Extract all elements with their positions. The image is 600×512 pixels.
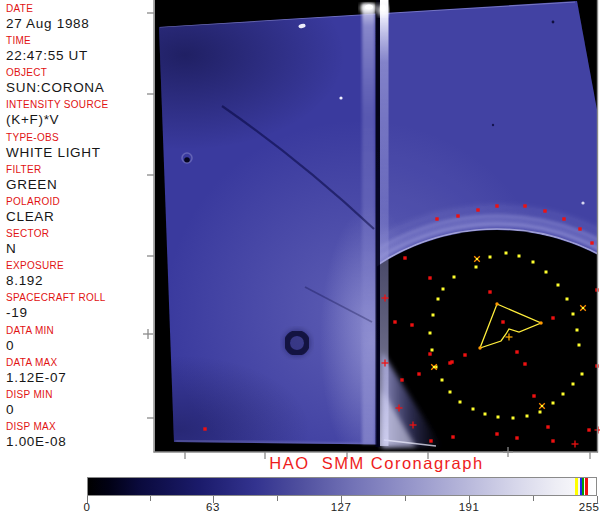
metadata-label: TIME [6, 35, 146, 47]
metadata-label: DATE [6, 3, 146, 15]
metadata-label: DATA MAX [6, 357, 146, 369]
metadata-label: DISP MIN [6, 389, 146, 401]
metadata-field-polaroid: POLAROIDCLEAR [6, 196, 146, 225]
metadata-label: DATA MIN [6, 325, 146, 337]
image-title: HAO SMM Coronagraph [153, 454, 600, 473]
white-speck-2 [339, 96, 342, 99]
metadata-value: 27 Aug 1988 [6, 16, 146, 32]
polygon-vertex-dot [478, 346, 481, 349]
metadata-label: EXPOSURE [6, 260, 146, 272]
metadata-field-intensity-source: INTENSITY SOURCE(K+F)*V [6, 99, 146, 128]
colorbar [87, 477, 597, 496]
metadata-value: (K+F)*V [6, 112, 146, 128]
metadata-label: SPACECRAFT ROLL [6, 292, 146, 304]
metadata-label: DISP MAX [6, 421, 146, 433]
metadata-field-filter: FILTERGREEN [6, 164, 146, 193]
colorbar-annotation-stripe [575, 478, 578, 495]
metadata-value: 0 [6, 338, 146, 354]
coronagraph-image [140, 0, 600, 460]
metadata-label: TYPE-OBS [6, 132, 146, 144]
metadata-panel: DATE27 Aug 1988TIME22:47:55 UTOBJECTSUN:… [0, 0, 146, 460]
metadata-field-disp-min: DISP MIN0 [6, 389, 146, 418]
colorbar-tick-label: 0 [84, 501, 91, 512]
metadata-value: CLEAR [6, 209, 146, 225]
tiny-dark-dot-1 [552, 21, 555, 24]
metadata-value: WHITE LIGHT [6, 145, 146, 161]
pylon-bright-streak-right [380, 0, 389, 446]
metadata-field-type-obs: TYPE-OBSWHITE LIGHT [6, 132, 146, 161]
metadata-field-data-max: DATA MAX1.12E-07 [6, 357, 146, 386]
metadata-value: GREEN [6, 177, 146, 193]
polygon-vertex-dot [539, 321, 542, 324]
polygon-vertex-dot [495, 302, 498, 305]
image-canvas [140, 0, 600, 460]
metadata-label: SECTOR [6, 228, 146, 240]
pylon-dark-line [376, 0, 381, 447]
metadata-value: N [6, 241, 146, 257]
metadata-value: 22:47:55 UT [6, 48, 146, 64]
metadata-field-exposure: EXPOSURE8.192 [6, 260, 146, 289]
colorbar-minor-tick [150, 496, 151, 501]
metadata-field-time: TIME22:47:55 UT [6, 35, 146, 64]
metadata-value: SUN:CORONA [6, 80, 146, 96]
colorbar-minor-tick [405, 496, 406, 501]
metadata-label: FILTER [6, 164, 146, 176]
colorbar-tick-label: 127 [331, 501, 352, 512]
pylon-top-flare-core [365, 5, 373, 10]
colorbar-annotation-stripe [585, 478, 588, 495]
metadata-field-data-min: DATA MIN0 [6, 325, 146, 354]
metadata-field-object: OBJECTSUN:CORONA [6, 67, 146, 96]
colorbar-minor-tick [533, 496, 534, 501]
tiny-dark-dot-2 [492, 124, 494, 126]
metadata-label: OBJECT [6, 67, 146, 79]
metadata-field-spacecraft-roll: SPACECRAFT ROLL-19 [6, 292, 146, 321]
metadata-field-sector: SECTORN [6, 228, 146, 257]
app-window: DATE27 Aug 1988TIME22:47:55 UTOBJECTSUN:… [0, 0, 600, 512]
colorbar-tick-label: 255 [579, 501, 600, 512]
metadata-value: 8.192 [6, 273, 146, 289]
metadata-label: POLAROID [6, 196, 146, 208]
colorbar-tick-label: 63 [206, 501, 220, 512]
metadata-value: 1.00E-08 [6, 434, 146, 450]
metadata-value: 0 [6, 402, 146, 418]
metadata-field-disp-max: DISP MAX1.00E-08 [6, 421, 146, 450]
metadata-value: -19 [6, 305, 146, 321]
metadata-label: INTENSITY SOURCE [6, 99, 146, 111]
colorbar-tick-label: 191 [459, 501, 480, 512]
colorbar-minor-tick [277, 496, 278, 501]
metadata-value: 1.12E-07 [6, 370, 146, 386]
metadata-field-date: DATE27 Aug 1988 [6, 3, 146, 32]
white-speck-3 [581, 201, 584, 204]
pylon-top-flare-core-2 [380, 5, 386, 12]
